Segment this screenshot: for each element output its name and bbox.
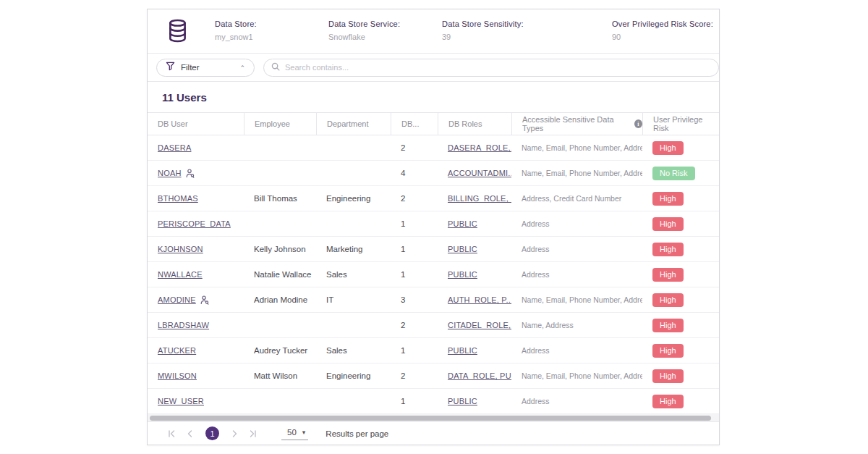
db-user-link[interactable]: PERISCOPE_DATA [158,219,231,228]
info-icon[interactable]: i [634,119,642,128]
db-user-cell: BTHOMAS [148,194,244,203]
db-roles-link[interactable]: AUTH_ROLE, P... [448,295,511,304]
risk-badge: High [652,141,684,155]
sensitive-data-types-cell: Name, Email, Phone Number, Address,... [522,371,642,380]
pagination: 1 50 ▾ Results per page [148,422,719,445]
db-user-link[interactable]: MWILSON [158,371,197,380]
db-user-cell: PERISCOPE_DATA [148,219,244,228]
db-count-cell: 1 [401,219,405,228]
db-count-cell: 2 [401,371,405,380]
department-cell: Sales [326,346,347,355]
column-header[interactable]: User Privilege Risk i [642,113,719,135]
scrollbar-thumb[interactable] [150,416,711,421]
db-user-link[interactable]: NOAH [158,169,182,177]
column-header[interactable]: Accessible Sensitive Data Types i [511,113,642,135]
data-store-label: Data Store: [215,20,257,28]
data-store-field: Data Store: my_snow1 [215,20,257,41]
employee-cell: Natalie Wallace [254,270,311,279]
over-privileged-risk-label: Over Privileged Risk Score: [612,20,713,28]
db-user-link[interactable]: DASERA [158,143,191,152]
table-row: KJOHNSON Kelly Johnson Marketing 1 PUBLI… [148,237,719,262]
db-user-link[interactable]: ATUCKER [158,346,196,355]
table-row: DASERA 2 DASERA_ROLE,... Name, Email, Ph… [148,135,719,161]
next-page-icon[interactable] [225,424,244,443]
db-user-cell: ATUCKER [148,346,244,355]
sensitive-data-types-cell: Name, Email, Phone Number, Address,... [522,143,642,152]
employee-cell: Bill Thomas [254,194,297,203]
db-roles-link[interactable]: PUBLIC [448,397,477,405]
user-key-icon [186,169,195,178]
db-roles-link[interactable]: DASERA_ROLE,... [448,143,511,152]
db-user-link[interactable]: NWALLACE [158,270,203,279]
last-page-icon[interactable] [244,424,263,443]
results-per-page-label: Results per page [326,429,388,438]
toolbar: Filter ⌃ [148,54,719,81]
db-count-cell: 2 [401,194,405,203]
db-count-cell: 3 [401,295,405,304]
column-header[interactable]: Department i [316,113,391,135]
risk-badge: High [652,344,684,358]
db-roles-link[interactable]: DATA_ROLE, PU... [448,371,511,380]
table-row: AMODINE Adrian Modine IT 3 AUTH_ROLE, P.… [148,287,719,313]
sensitive-data-types-cell: Address [522,346,550,355]
db-user-cell: AMODINE [148,295,244,305]
column-header-label: Employee [255,119,290,128]
db-roles-link[interactable]: CITADEL_ROLE,... [448,321,511,329]
search-input[interactable] [285,63,711,72]
db-roles-link[interactable]: BILLING_ROLE, ... [448,194,511,203]
data-store-service-field: Data Store Service: Snowflake [328,20,400,41]
db-user-link[interactable]: NEW_USER [158,397,204,405]
db-roles-link[interactable]: PUBLIC [448,245,477,253]
table-row: NOAH 4 ACCOUNTADMI... Name, Email, Phone… [148,161,719,186]
db-roles-link[interactable]: ACCOUNTADMI... [448,169,511,177]
table-body: DASERA 2 DASERA_ROLE,... Name, Email, Ph… [148,135,719,414]
department-cell: Engineering [326,371,370,380]
data-store-users-panel: Data Store: my_snow1 Data Store Service:… [147,9,720,445]
search-icon [271,61,280,74]
column-header[interactable]: DB User i [148,113,244,135]
db-user-link[interactable]: KJOHNSON [158,245,203,253]
db-user-link[interactable]: AMODINE [158,295,196,304]
db-count-cell: 1 [401,346,405,355]
column-header[interactable]: DB Roles i [438,113,511,135]
db-user-link[interactable]: LBRADSHAW [158,321,209,329]
department-cell: Sales [326,270,347,279]
data-store-sensitivity-label: Data Store Sensitivity: [442,20,524,28]
current-page-button[interactable]: 1 [205,426,219,440]
horizontal-scrollbar [148,414,719,421]
db-roles-link[interactable]: PUBLIC [448,346,477,355]
sensitive-data-types-cell: Name, Email, Phone Number, Address,... [522,295,642,304]
db-user-cell: MWILSON [148,371,244,380]
table-row: LBRADSHAW 2 CITADEL_ROLE,... Name, Addre… [148,313,719,338]
db-roles-link[interactable]: PUBLIC [448,270,477,279]
column-header[interactable]: Employee i [244,113,316,135]
table-row: ATUCKER Audrey Tucker Sales 1 PUBLIC Add… [148,338,719,363]
employee-cell: Audrey Tucker [254,346,307,355]
db-count-cell: 1 [401,245,405,253]
db-roles-link[interactable]: PUBLIC [448,219,477,228]
employee-cell: Adrian Modine [254,295,307,304]
data-store-service-value: Snowflake [328,33,400,41]
table-row: NEW_USER 1 PUBLIC Address High [148,389,719,414]
over-privileged-risk-field: Over Privileged Risk Score: 90 [612,20,713,41]
db-user-cell: KJOHNSON [148,245,244,253]
page-size-select[interactable]: 50 ▾ [281,426,308,440]
column-header-label: DB User [158,119,188,128]
data-store-sensitivity-field: Data Store Sensitivity: 39 [442,20,524,41]
column-header-label: User Privilege Risk [653,115,719,133]
table-row: MWILSON Matt Wilson Engineering 2 DATA_R… [148,363,719,389]
data-store-header: Data Store: my_snow1 Data Store Service:… [148,9,719,53]
filter-funnel-icon [166,61,175,74]
sensitive-data-types-cell: Address [522,245,550,253]
first-page-icon[interactable] [162,424,181,443]
employee-cell: Matt Wilson [254,371,297,380]
risk-badge: No Risk [652,167,695,180]
filter-button[interactable]: Filter ⌃ [156,59,255,77]
department-cell: IT [326,295,333,304]
prev-page-icon[interactable] [181,424,200,443]
database-icon [168,19,187,46]
column-header[interactable]: DB... i [391,113,438,135]
page-size-value: 50 [287,428,297,437]
db-user-link[interactable]: BTHOMAS [158,194,198,203]
data-store-service-label: Data Store Service: [328,20,400,28]
